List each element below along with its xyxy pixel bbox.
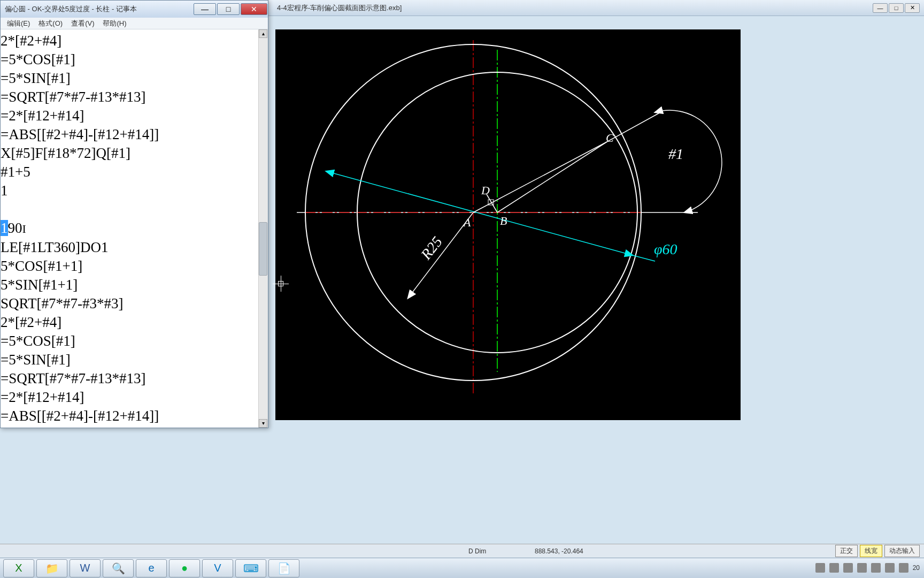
cad-label-A: A	[463, 216, 471, 229]
taskbar-f-app[interactable]: ⌨	[235, 559, 266, 577]
cad-label-B: B	[500, 214, 507, 227]
cad-command: D Dim	[468, 547, 486, 555]
tray-icon[interactable]	[871, 563, 881, 573]
menu-edit[interactable]: 编辑(E)	[3, 19, 34, 28]
svg-line-10	[326, 171, 633, 255]
taskbar-v-app[interactable]: V	[202, 559, 233, 577]
cad-close-button[interactable]: ✕	[905, 3, 920, 13]
cad-statusbar: D Dim 888.543, -20.464 正交 线宽 动态输入	[0, 544, 924, 558]
tray-clock[interactable]: 20	[913, 564, 920, 572]
taskbar-excel[interactable]: X	[3, 559, 34, 577]
menu-format[interactable]: 格式(O)	[34, 19, 67, 28]
notepad-maximize-button[interactable]: □	[217, 3, 240, 15]
cad-linewidth-toggle[interactable]: 线宽	[860, 545, 882, 557]
notepad-titlebar[interactable]: 偏心圆 - OK-交界处5度过度 - 长柱 - 记事本 — □ ✕	[1, 1, 268, 18]
tray-icon[interactable]	[843, 563, 853, 573]
scrollbar-thumb[interactable]	[259, 222, 267, 276]
cad-ortho-toggle[interactable]: 正交	[835, 545, 858, 557]
taskbar-wechat[interactable]: ●	[169, 559, 200, 577]
cad-maximize-button[interactable]: □	[889, 3, 904, 13]
cad-label-R25: R25	[417, 233, 445, 263]
svg-line-14	[497, 142, 607, 212]
taskbar-word[interactable]: W	[70, 559, 101, 577]
tray-icon[interactable]	[899, 563, 908, 573]
cad-coordinates: 888.543, -20.464	[535, 547, 583, 555]
cad-label-D: D	[481, 184, 490, 197]
notepad-close-button[interactable]: ✕	[241, 3, 267, 15]
scrollbar-up-arrow[interactable]: ▴	[259, 29, 267, 38]
taskbar-ie[interactable]: e	[136, 559, 167, 577]
taskbar: X 📁 W 🔍 e ● V ⌨ 📄 20	[0, 558, 924, 578]
cad-minimize-button[interactable]: —	[873, 3, 888, 13]
cad-label-hash1: #1	[668, 146, 683, 162]
system-tray: 20	[811, 558, 924, 578]
taskbar-notepad[interactable]: 📄	[268, 559, 299, 577]
taskbar-explorer[interactable]: 📁	[36, 559, 67, 577]
notepad-minimize-button[interactable]: —	[194, 3, 216, 15]
cad-label-C: C	[606, 131, 614, 144]
tray-icon[interactable]	[857, 563, 867, 573]
notepad-scrollbar[interactable]: ▴ ▾	[258, 29, 268, 428]
notepad-selection: 1	[1, 220, 8, 236]
menu-view[interactable]: 查看(V)	[67, 19, 98, 28]
menu-help[interactable]: 帮助(H)	[98, 19, 130, 28]
scrollbar-down-arrow[interactable]: ▾	[259, 419, 267, 428]
cad-dyninput-toggle[interactable]: 动态输入	[884, 545, 920, 557]
notepad-window: 偏心圆 - OK-交界处5度过度 - 长柱 - 记事本 — □ ✕ 编辑(E) …	[0, 0, 268, 428]
tray-icon[interactable]	[829, 563, 839, 573]
tray-icon[interactable]	[815, 563, 825, 573]
taskbar-magnifier[interactable]: 🔍	[103, 559, 134, 577]
notepad-menubar: 编辑(E) 格式(O) 查看(V) 帮助(H)	[1, 18, 268, 29]
notepad-title: 偏心圆 - OK-交界处5度过度 - 长柱 - 记事本	[5, 4, 137, 14]
svg-line-11	[633, 255, 655, 261]
cad-label-phi60: φ60	[654, 241, 677, 257]
notepad-content[interactable]: 2*[#2+#4] =5*COS[#1] =5*SIN[#1] =SQRT[#7…	[1, 29, 258, 428]
cad-canvas[interactable]: A B C D R25 φ60 #1	[275, 29, 741, 420]
svg-line-17	[607, 112, 660, 142]
tray-icon[interactable]	[885, 563, 895, 573]
